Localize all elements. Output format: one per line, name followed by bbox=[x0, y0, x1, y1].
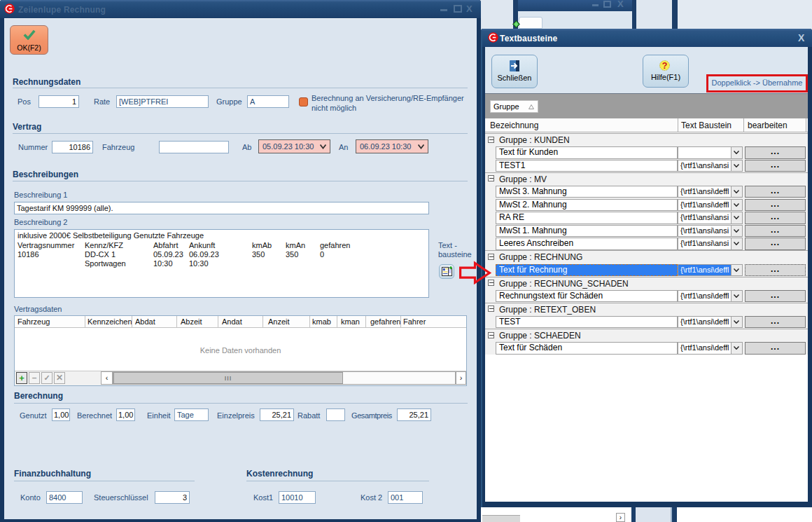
svg-text:?: ? bbox=[662, 61, 668, 71]
